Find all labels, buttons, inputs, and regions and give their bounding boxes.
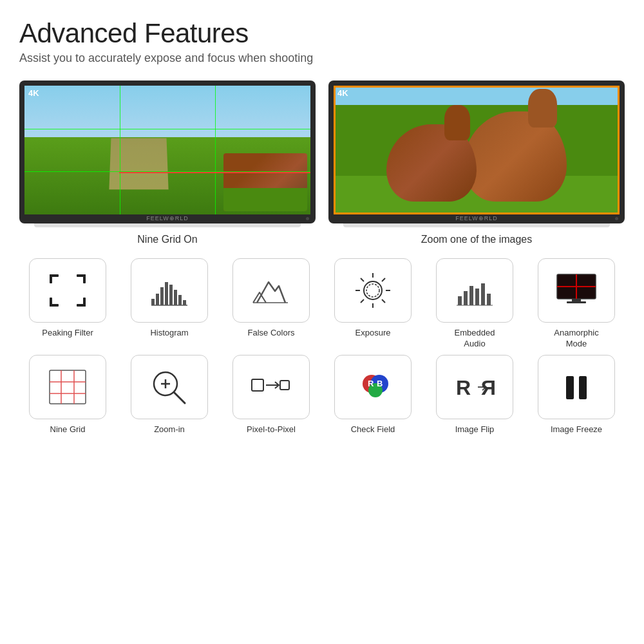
monitor-2-dot	[615, 217, 618, 220]
feature-embedded-audio: EmbeddedAudio	[426, 258, 523, 350]
monitor-1-brand: FEELW⊕RLD	[146, 215, 188, 222]
false-colors-label: False Colors	[248, 328, 295, 339]
features-row-1: Peaking Filter	[19, 258, 625, 350]
svg-rect-3	[83, 274, 86, 283]
svg-text:R: R	[481, 376, 496, 399]
peaking-filter-icon	[47, 272, 88, 309]
nine-grid-label: Nine Grid	[50, 424, 86, 435]
svg-text:B: B	[377, 379, 383, 388]
grid-v2	[215, 86, 216, 214]
svg-rect-14	[178, 295, 182, 305]
pixel-to-pixel-icon	[249, 368, 293, 406]
feature-zoom-in: Zoom-in	[121, 355, 218, 435]
peaking-filter-icon-box	[29, 258, 106, 323]
horses-large	[348, 99, 605, 202]
exposure-icon-box	[334, 258, 412, 323]
monitor-1-frame: 4K FEELW⊕RLD	[19, 80, 316, 223]
check-field-icon: R B	[352, 367, 393, 407]
zoom-in-icon-box	[131, 355, 208, 419]
histogram-label: Histogram	[150, 328, 188, 339]
features-section: Peaking Filter	[19, 258, 625, 435]
monitor-1: 4K FEELW⊕RLD	[19, 80, 316, 245]
image-freeze-label: Image Freeze	[551, 424, 602, 435]
zoom-in-icon	[149, 367, 190, 407]
svg-rect-11	[165, 282, 168, 305]
feature-histogram: Histogram	[121, 258, 218, 350]
monitor-2-brand: FEELW⊕RLD	[455, 215, 497, 222]
check-field-icon-box: R B	[334, 355, 412, 419]
feature-nine-grid: Nine Grid	[19, 355, 116, 435]
false-colors-icon	[251, 270, 292, 310]
horse-1	[386, 124, 477, 202]
features-row-2: Nine Grid Zoom-in	[19, 355, 625, 435]
monitor-1-caption: Nine Grid On	[137, 234, 197, 245]
monitors-row: 4K FEELW⊕RLD	[19, 80, 625, 245]
monitor-2-screen: 4K	[334, 86, 620, 214]
monitor-2-frame: 4K FEELW⊕RLD	[328, 80, 625, 223]
image-flip-label: Image Flip	[455, 424, 495, 435]
svg-rect-9	[156, 294, 159, 305]
svg-rect-33	[487, 294, 491, 305]
svg-line-24	[382, 299, 385, 303]
svg-rect-40	[50, 370, 86, 404]
embedded-audio-label: EmbeddedAudio	[455, 328, 495, 350]
svg-rect-7	[77, 304, 86, 307]
svg-rect-38	[572, 299, 581, 301]
monitor-1-screen: 4K	[24, 86, 310, 214]
svg-rect-1	[50, 274, 52, 283]
pixel-to-pixel-label: Pixel-to-Pixel	[247, 424, 296, 435]
monitor-2: 4K FEELW⊕RLD Zoom one of the images	[328, 80, 625, 245]
exposure-icon	[352, 270, 393, 310]
svg-rect-60	[566, 376, 574, 399]
svg-line-25	[382, 278, 385, 281]
histogram-icon-box	[131, 258, 208, 323]
grid-h1	[24, 129, 310, 129]
image-flip-icon: R R	[452, 368, 497, 406]
monitor-1-shadow	[34, 223, 301, 227]
image-freeze-icon	[556, 367, 597, 407]
svg-point-27	[366, 284, 379, 297]
nine-grid-icon-box	[29, 355, 106, 419]
nine-grid-icon	[47, 368, 88, 406]
image-flip-icon-box: R R	[436, 355, 513, 419]
pixel-to-pixel-icon-box	[232, 355, 310, 419]
svg-text:R: R	[368, 379, 374, 388]
feature-pixel-to-pixel: Pixel-to-Pixel	[223, 355, 319, 435]
grid-v1	[120, 86, 120, 214]
horse-2	[464, 111, 567, 202]
page-container: Advanced Features Assist you to accurate…	[0, 0, 644, 453]
page-title: Advanced Features	[19, 18, 625, 49]
svg-rect-15	[183, 300, 186, 305]
zoom-in-label: Zoom-in	[154, 424, 185, 435]
svg-rect-12	[169, 285, 173, 305]
svg-rect-28	[458, 296, 462, 305]
feature-false-colors: False Colors	[223, 258, 319, 350]
histogram-icon	[149, 272, 190, 309]
embedded-audio-icon	[454, 272, 495, 309]
svg-rect-49	[252, 379, 263, 391]
svg-rect-61	[579, 376, 587, 399]
image-freeze-icon-box	[538, 355, 615, 419]
svg-line-26	[361, 299, 364, 303]
svg-rect-29	[464, 291, 468, 305]
feature-check-field: R B Check Field	[325, 355, 421, 435]
exposure-label: Exposure	[355, 328, 391, 339]
svg-rect-51	[280, 381, 289, 390]
monitor-2-badge: 4K	[337, 88, 348, 98]
false-colors-icon-box	[232, 258, 310, 323]
peaking-filter-label: Peaking Filter	[42, 328, 93, 339]
feature-anamorphic-mode: AnamorphicMode	[528, 258, 625, 350]
anamorphic-mode-label: AnamorphicMode	[554, 328, 598, 350]
monitor-2-shadow	[343, 223, 610, 227]
monitor-1-dot	[306, 217, 309, 220]
svg-text:R: R	[456, 376, 471, 399]
page-subtitle: Assist you to accurately expose and focu…	[19, 52, 625, 65]
red-line	[119, 172, 310, 173]
svg-rect-32	[481, 283, 485, 305]
anamorphic-mode-icon-box	[538, 258, 615, 323]
feature-exposure: Exposure	[325, 258, 421, 350]
feature-peaking-filter: Peaking Filter	[19, 258, 116, 350]
svg-rect-10	[160, 287, 164, 305]
check-field-label: Check Field	[351, 424, 395, 435]
svg-rect-39	[567, 301, 586, 303]
